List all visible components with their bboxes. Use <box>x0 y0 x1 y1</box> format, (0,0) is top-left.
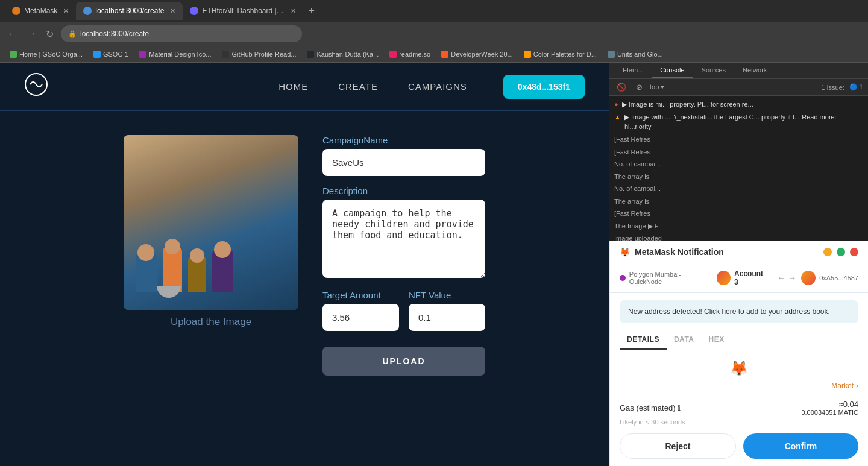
mm-account-info: Account 3 ← → 0xA55...4587 <box>717 269 858 286</box>
mm-tab-data[interactable]: DATA <box>667 330 702 350</box>
log-image: The Image ▶ F <box>609 220 868 233</box>
bookmark-gsoc-icon <box>10 51 17 58</box>
target-amount-input[interactable] <box>322 304 399 331</box>
metamask-panel: 🦊 MetaMask Notification Polygon Mumbai-Q… <box>609 241 868 466</box>
bookmark-units-label: Units and Glo... <box>617 51 663 58</box>
bookmark-material-label: Material Design Ico... <box>149 51 211 58</box>
bookmark-material-icon <box>139 51 146 58</box>
devtools-tabs: Elem... Console Sources Network <box>609 63 868 79</box>
wallet-button[interactable]: 0x48d...153f1 <box>503 75 585 99</box>
mm-network: Polygon Mumbai-QuickNode <box>620 271 712 285</box>
devtools-clear-btn[interactable]: 🚫 <box>614 81 629 93</box>
mm-gas-inr: ≈0.04 <box>801 400 858 409</box>
tab-metamask[interactable]: MetaMask ✕ <box>5 2 76 20</box>
mm-tab-hex[interactable]: HEX <box>702 330 732 350</box>
mm-minimize-btn[interactable] <box>823 248 832 256</box>
nft-value-input[interactable] <box>409 304 485 331</box>
tab-ethforall-close[interactable]: ✕ <box>291 7 296 15</box>
devtools-tab-elements[interactable]: Elem... <box>614 63 652 78</box>
devtools-tab-sources[interactable]: Sources <box>693 63 734 78</box>
nft-value-label: NFT Value <box>409 290 485 300</box>
mm-arrow-left[interactable]: ← <box>777 273 785 283</box>
mm-gas-info-icon[interactable]: ℹ <box>678 403 681 412</box>
devtools-top-label: top ▾ <box>650 83 664 91</box>
devtools-toolbar: 🚫 ⊘ top ▾ 1 Issue: 🔵 1 <box>609 79 868 96</box>
devtools-filter-btn[interactable]: ⊘ <box>634 81 645 93</box>
bookmark-units[interactable]: Units and Glo... <box>603 49 668 59</box>
tab-localhost-close[interactable]: ✕ <box>170 7 175 15</box>
bookmark-material[interactable]: Material Design Ico... <box>134 49 216 59</box>
warn-text-1: ▶ Image with ... "/_next/stati... the La… <box>624 113 863 131</box>
mm-likely-label: Likely in < 30 seconds <box>620 418 685 426</box>
log-array-2: The array is <box>609 195 868 208</box>
bookmark-colorpalettes[interactable]: Color Palettes for D... <box>519 49 602 59</box>
bookmark-devweek[interactable]: DeveloperWeek 20... <box>436 49 518 59</box>
bookmark-kaushan-icon <box>307 51 314 58</box>
back-button[interactable]: ← <box>5 26 19 42</box>
bookmark-kaushan[interactable]: Kaushan-Dutta (Ka... <box>302 49 383 59</box>
mm-fox-icon: 🦊 <box>620 247 630 257</box>
mm-network-dot <box>620 275 626 281</box>
mm-market-label: Market <box>831 382 854 390</box>
logo-icon <box>24 72 48 96</box>
devtools-issues-label: 1 Issue: <box>821 84 844 91</box>
mm-gas-matic: 0.00034351 MATIC <box>801 409 858 416</box>
log-fast-refresh-3: [Fast Refres <box>609 207 868 220</box>
mm-notification-banner[interactable]: New address detected! Click here to add … <box>620 300 858 323</box>
tab-metamask-icon <box>12 7 20 15</box>
campaign-name-label: CampaignName <box>322 135 485 145</box>
upload-button[interactable]: UPLOAD <box>322 347 485 376</box>
tab-localhost[interactable]: localhost:3000/create ✕ <box>76 2 183 20</box>
mm-nav-arrows: ← → <box>777 273 796 283</box>
mm-account-bar: Polygon Mumbai-QuickNode Account 3 ← → 0… <box>610 263 868 293</box>
content-area: HOME CREATE CAMPAIGNS 0x48d...153f1 <box>0 63 868 466</box>
mm-market-link[interactable]: Market › <box>620 382 858 390</box>
campaign-name-field: CampaignName <box>322 135 485 176</box>
bookmark-gsoc1-label: GSOC-1 <box>103 51 128 58</box>
nav-home[interactable]: HOME <box>278 81 308 92</box>
mm-tab-details[interactable]: DETAILS <box>620 330 667 350</box>
upload-image-label: Upload the Image <box>171 316 251 328</box>
bookmark-gsoc1[interactable]: GSOC-1 <box>89 49 133 59</box>
forward-button[interactable]: → <box>24 26 39 42</box>
mm-maximize-btn[interactable] <box>837 248 845 256</box>
new-tab-button[interactable]: + <box>303 5 319 17</box>
reload-button[interactable]: ↻ <box>43 26 56 42</box>
browser-chrome: MetaMask ✕ localhost:3000/create ✕ ETHfo… <box>0 0 868 63</box>
right-panel: Elem... Console Sources Network 🚫 ⊘ top … <box>609 63 868 466</box>
description-field: Description A campaign to help the needy… <box>322 186 485 280</box>
devtools-tab-console[interactable]: Console <box>652 63 693 78</box>
tab-localhost-label: localhost:3000/create <box>95 7 164 15</box>
mm-avatar-left <box>717 271 731 285</box>
form-fields: CampaignName Description A campaign to h… <box>322 135 485 376</box>
bookmark-gsoc-label: Home | GSoC Orga... <box>19 51 83 58</box>
devtools-tab-network[interactable]: Network <box>734 63 775 78</box>
bookmark-gsoc1-icon <box>93 51 101 58</box>
mm-header: 🦊 MetaMask Notification <box>610 241 868 263</box>
bookmark-gsoc[interactable]: Home | GSoC Orga... <box>5 49 87 59</box>
tab-metamask-label: MetaMask <box>24 7 57 15</box>
bookmark-readme-label: readme.so <box>399 51 430 58</box>
campaign-name-input[interactable] <box>322 149 485 176</box>
tab-ethforall[interactable]: ETHforAll: Dashboard | Devfolio ✕ <box>183 2 303 20</box>
address-bar[interactable]: 🔒 localhost:3000/create <box>61 25 302 42</box>
mm-confirm-button[interactable]: Confirm <box>743 433 858 459</box>
description-input[interactable]: A campaign to help the needy children an… <box>322 200 485 278</box>
bookmark-github[interactable]: GitHub Profile Read... <box>217 49 301 59</box>
log-image-uploaded: Image uploaded <box>609 232 868 241</box>
log-campaigns-2: No. of campai... <box>609 183 868 195</box>
form-row-image: Upload the Image CampaignName Descriptio… <box>124 135 485 376</box>
tab-localhost-icon <box>83 7 92 15</box>
tab-metamask-close[interactable]: ✕ <box>63 7 69 15</box>
mm-arrow-right[interactable]: → <box>788 273 796 283</box>
description-label: Description <box>322 186 485 196</box>
nav-campaigns[interactable]: CAMPAIGNS <box>408 81 467 92</box>
mm-account-detail: Account 3 <box>717 269 767 286</box>
nav-create[interactable]: CREATE <box>338 81 378 92</box>
bookmark-readme[interactable]: readme.so <box>385 49 435 59</box>
image-upload-area[interactable]: Upload the Image <box>124 135 298 328</box>
devtools-panel: Elem... Console Sources Network 🚫 ⊘ top … <box>609 63 868 241</box>
mm-reject-button[interactable]: Reject <box>620 433 736 459</box>
mm-gas-values: ≈0.04 0.00034351 MATIC <box>801 400 858 416</box>
mm-close-btn[interactable] <box>850 248 858 256</box>
